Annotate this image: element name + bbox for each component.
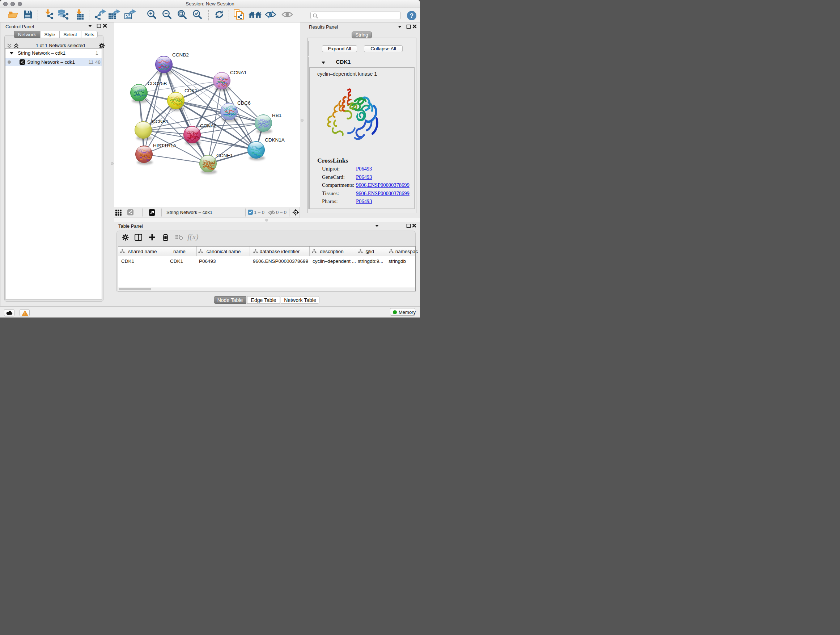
svg-text:CCNA2: CCNA2 (200, 123, 217, 128)
svg-text:CCNA1: CCNA1 (230, 70, 247, 75)
svg-text:CDC25B: CDC25B (148, 81, 167, 86)
svg-text:RB1: RB1 (272, 112, 281, 118)
svg-text:HIST1H1A: HIST1H1A (153, 143, 177, 149)
svg-text:CDC6: CDC6 (237, 100, 251, 106)
svg-text:CCNE1: CCNE1 (216, 153, 233, 158)
svg-text:CCNB1: CCNB1 (152, 119, 169, 124)
svg-text:?: ? (410, 12, 414, 19)
svg-text:CCNB2: CCNB2 (172, 52, 189, 57)
svg-text:CDKN1A: CDKN1A (265, 137, 285, 143)
svg-text:CDK1: CDK1 (185, 88, 197, 93)
